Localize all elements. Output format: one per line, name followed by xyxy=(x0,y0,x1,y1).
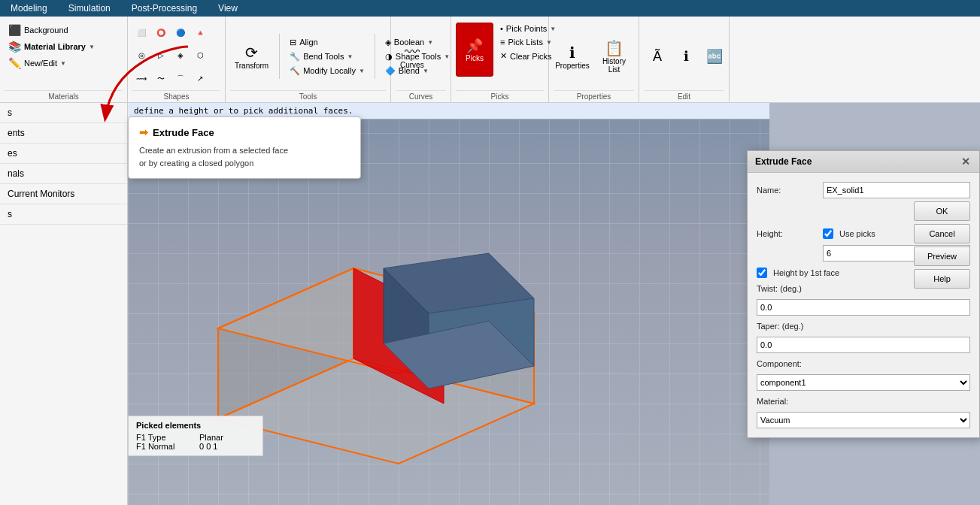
extra5-icon: 〜 xyxy=(157,74,165,84)
curves-group-label: Curves xyxy=(396,90,446,102)
dialog-height-1stface-checkbox[interactable] xyxy=(757,268,767,278)
ribbon: ⬛ Background 📚 Material Library ▼ ✏️ New… xyxy=(0,17,980,103)
edit-btn3[interactable]: 🔤 xyxy=(701,45,728,68)
bend-tools-icon: 🔧 xyxy=(290,52,300,62)
sidebar-label-ents: ents xyxy=(8,128,25,138)
align-button[interactable]: ⊟ Align xyxy=(286,36,369,49)
dialog-twist-input[interactable] xyxy=(757,299,970,316)
shape-sphere-button[interactable]: 🔵 xyxy=(171,27,190,38)
edit-icon3: 🔤 xyxy=(706,48,723,65)
cylinder-icon: ⭕ xyxy=(156,29,165,37)
picked-col2-1: Planar xyxy=(199,433,255,442)
dialog-taper-input[interactable] xyxy=(757,337,970,353)
extra6-icon: ⌒ xyxy=(177,74,184,84)
pick-lists-label: Pick Lists xyxy=(508,38,542,47)
modify-locally-label: Modify Locally xyxy=(303,66,356,75)
picks-large-button[interactable]: 📌 Picks xyxy=(456,23,493,77)
modify-locally-button[interactable]: 🔨 Modify Locally ▼ xyxy=(286,65,369,77)
dialog-component-select[interactable]: component1 xyxy=(757,374,970,391)
picks-group-label: Picks xyxy=(456,90,544,102)
dialog-component-row: Component: xyxy=(757,359,970,368)
ribbon-group-edit: Ã ℹ 🔤 Edit xyxy=(639,17,730,102)
dialog-help-button[interactable]: Help xyxy=(914,269,970,289)
shape-extra1-button[interactable]: ▷ xyxy=(152,50,170,61)
tools-separator2 xyxy=(375,34,375,79)
dialog-cancel-button[interactable]: Cancel xyxy=(914,224,970,243)
picked-row-2: F1 Normal 0 0 1 xyxy=(136,442,255,451)
align-icon: ⊟ xyxy=(290,38,296,47)
shape-extra2-button[interactable]: ◈ xyxy=(171,50,190,61)
dialog-ok-button[interactable]: OK xyxy=(914,201,970,221)
ribbon-group-curves: 〰 Curves Curves xyxy=(391,17,451,102)
dialog-taper-input-row xyxy=(757,337,970,353)
properties-group-label: Properties xyxy=(554,90,634,102)
menu-simulation[interactable]: Simulation xyxy=(64,2,115,15)
sidebar-item-ents[interactable]: ents xyxy=(0,123,127,144)
curves-button[interactable]: 〰 Curves xyxy=(396,41,429,72)
picked-col1-2: F1 Normal xyxy=(136,442,196,451)
menu-modeling[interactable]: Modeling xyxy=(6,2,52,15)
curves-label: Curves xyxy=(400,61,424,69)
dialog-use-picks-checkbox[interactable] xyxy=(823,228,833,239)
dialog-use-picks-label: Use picks xyxy=(839,229,875,238)
tooltip-body: Create an extrusion from a selected face… xyxy=(139,144,350,169)
sidebar-item-nals[interactable]: nals xyxy=(0,164,127,184)
material-library-button[interactable]: 📚 Material Library ▼ xyxy=(5,39,99,54)
new-edit-dropdown-icon: ▼ xyxy=(60,60,66,67)
dialog-name-input[interactable] xyxy=(823,182,970,198)
shape-extra3-button[interactable]: ⬡ xyxy=(191,50,209,61)
background-button[interactable]: ⬛ Background xyxy=(5,23,72,38)
tools-separator1 xyxy=(279,34,280,79)
edit-btn1[interactable]: Ã xyxy=(644,46,671,68)
sidebar-item-s2[interactable]: s xyxy=(0,204,127,225)
sidebar-item-monitors[interactable]: Current Monitors xyxy=(0,184,127,204)
ribbon-group-materials: ⬛ Background 📚 Material Library ▼ ✏️ New… xyxy=(0,17,128,102)
edit-icon2: ℹ xyxy=(684,48,689,65)
dialog-material-select[interactable]: Vacuum xyxy=(757,412,970,428)
pick-points-label: Pick Points xyxy=(506,24,547,33)
shape-extra5-button[interactable]: 〜 xyxy=(152,72,170,86)
bend-tools-button[interactable]: 🔧 Bend Tools ▼ xyxy=(286,50,369,63)
new-edit-button[interactable]: ✏️ New/Edit ▼ xyxy=(5,56,70,71)
sidebar: s ents es nals Current Monitors s xyxy=(0,103,128,505)
tools-group-label: Tools xyxy=(230,90,386,102)
align-label: Align xyxy=(299,38,317,47)
tooltip-body-line1: Create an extrusion from a selected face xyxy=(139,146,288,155)
material-library-icon: 📚 xyxy=(8,41,21,53)
dialog-name-label: Name: xyxy=(757,186,817,195)
dialog-close-button[interactable]: ✕ xyxy=(960,156,972,168)
material-library-dropdown-icon: ▼ xyxy=(89,44,95,50)
pick-points-icon: • xyxy=(500,24,503,33)
materials-group-label: Materials xyxy=(5,90,123,102)
shape-box-button[interactable]: ⬜ xyxy=(132,27,150,38)
sidebar-item-es[interactable]: es xyxy=(0,144,127,164)
dialog-twist-label: Twist: (deg.) xyxy=(757,284,817,293)
background-label: Background xyxy=(24,26,68,35)
shape-extra4-button[interactable]: ⟿ xyxy=(132,73,150,84)
shape-cylinder-button[interactable]: ⭕ xyxy=(152,27,170,38)
menu-post-processing[interactable]: Post-Processing xyxy=(127,2,202,15)
picks-label: Picks xyxy=(466,54,484,62)
tooltip-popup: ➡ Extrude Face Create an extrusion from … xyxy=(128,116,361,179)
transform-button[interactable]: ⟳ Transform xyxy=(230,41,273,73)
modify-locally-dropdown-icon: ▼ xyxy=(359,68,365,74)
picked-row-1: F1 Type Planar xyxy=(136,433,255,442)
shape-extra6-button[interactable]: ⌒ xyxy=(171,72,190,86)
picked-elements-panel: Picked elements F1 Type Planar F1 Normal… xyxy=(128,416,263,456)
shape-extra7-button[interactable]: ↗ xyxy=(191,73,209,84)
dialog-preview-button[interactable]: Preview xyxy=(914,246,970,266)
sidebar-label-es: es xyxy=(8,148,17,159)
menu-view[interactable]: View xyxy=(214,2,242,15)
properties-button[interactable]: ℹ Properties xyxy=(554,41,591,73)
picks-icon: 📌 xyxy=(466,38,483,54)
shape-torus-button[interactable]: ◎ xyxy=(132,50,150,61)
shape-cone-button[interactable]: 🔺 xyxy=(191,27,209,38)
extrude-face-dialog: Extrude Face ✕ Name: Height: Use picks xyxy=(747,150,980,438)
modify-locally-icon: 🔨 xyxy=(290,66,300,76)
history-list-button[interactable]: 📋 History List xyxy=(594,36,634,77)
extra1-icon: ▷ xyxy=(158,51,164,59)
sidebar-item-s[interactable]: s xyxy=(0,103,127,123)
ribbon-group-properties: ℹ Properties 📋 History List Properties xyxy=(549,17,639,102)
sidebar-label-s2: s xyxy=(8,209,12,219)
edit-btn2[interactable]: ℹ xyxy=(672,45,699,68)
